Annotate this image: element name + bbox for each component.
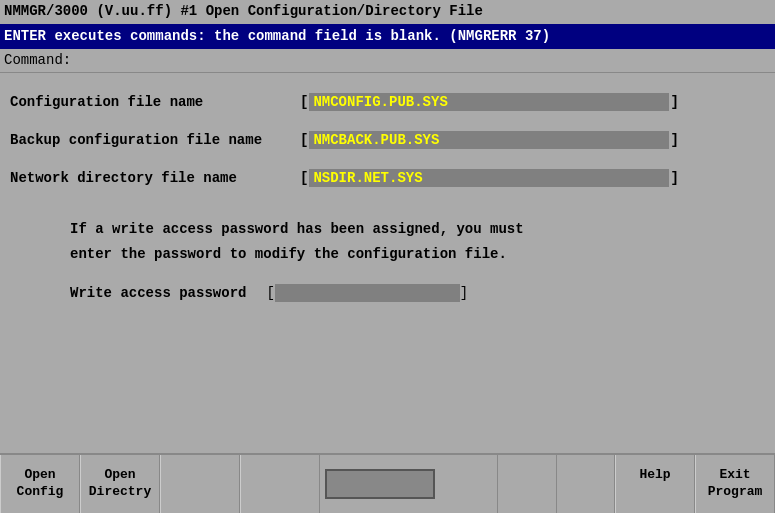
exit-program-button[interactable]: Exit Program: [695, 455, 775, 513]
command-label: Command:: [4, 52, 71, 68]
backup-file-input[interactable]: [309, 131, 669, 149]
password-label: Write access password: [70, 285, 246, 301]
exit-label-bottom: Program: [708, 484, 763, 501]
config-file-label: Configuration file name: [10, 94, 300, 110]
network-dir-input[interactable]: [309, 169, 669, 187]
network-dir-input-wrapper: [ ]: [300, 169, 679, 187]
bracket-left-2: [: [300, 132, 308, 148]
title-text: NMMGR/3000 (V.uu.ff) #1 Open Configurati…: [4, 3, 483, 19]
open-directory-label-top: Open: [104, 467, 135, 484]
bracket-left-1: [: [300, 94, 308, 110]
f3-button[interactable]: [160, 455, 240, 513]
form-row-network-dir: Network directory file name [ ]: [10, 169, 765, 187]
bracket-right-2: ]: [670, 132, 678, 148]
help-label-top: Help: [639, 467, 670, 484]
info-line-2: enter the password to modify the configu…: [70, 242, 765, 267]
info-line-1: If a write access password has been assi…: [70, 217, 765, 242]
command-input[interactable]: [80, 52, 480, 68]
title-bar: NMMGR/3000 (V.uu.ff) #1 Open Configurati…: [0, 0, 775, 24]
bracket-right-3: ]: [670, 170, 678, 186]
f4-button[interactable]: [240, 455, 320, 513]
command-bar: Command:: [0, 49, 775, 74]
fn-spacer-2: [498, 455, 556, 513]
fn-input-box: [325, 469, 435, 499]
open-directory-label-bottom: Directry: [89, 484, 151, 501]
password-input[interactable]: [275, 284, 460, 302]
open-config-label-bottom: Config: [17, 484, 64, 501]
open-config-button[interactable]: Open Config: [0, 455, 80, 513]
exit-label-top: Exit: [719, 467, 750, 484]
status-text: ENTER executes commands: the command fie…: [4, 28, 550, 44]
main-content: Configuration file name [ ] Backup confi…: [0, 73, 775, 453]
bracket-right-pw: ]: [460, 285, 468, 301]
open-directory-button[interactable]: Open Directry: [80, 455, 160, 513]
bracket-left-3: [: [300, 170, 308, 186]
form-row-config: Configuration file name [ ]: [10, 93, 765, 111]
function-bar: Open Config Open Directry Help Exit: [0, 453, 775, 513]
form-row-backup: Backup configuration file name [ ]: [10, 131, 765, 149]
bracket-right-1: ]: [670, 94, 678, 110]
fn-spacer-3: [557, 455, 615, 513]
backup-file-input-wrapper: [ ]: [300, 131, 679, 149]
status-bar: ENTER executes commands: the command fie…: [0, 24, 775, 49]
backup-file-label: Backup configuration file name: [10, 132, 300, 148]
password-row: Write access password [ ]: [70, 284, 765, 302]
bracket-left-pw: [: [266, 285, 274, 301]
info-section: If a write access password has been assi…: [70, 217, 765, 267]
screen: NMMGR/3000 (V.uu.ff) #1 Open Configurati…: [0, 0, 775, 513]
fn-input-area: [320, 455, 440, 513]
help-button[interactable]: Help: [615, 455, 695, 513]
fn-spacer-1: [440, 455, 498, 513]
config-file-input-wrapper: [ ]: [300, 93, 679, 111]
config-file-input[interactable]: [309, 93, 669, 111]
open-config-label-top: Open: [24, 467, 55, 484]
network-dir-label: Network directory file name: [10, 170, 300, 186]
